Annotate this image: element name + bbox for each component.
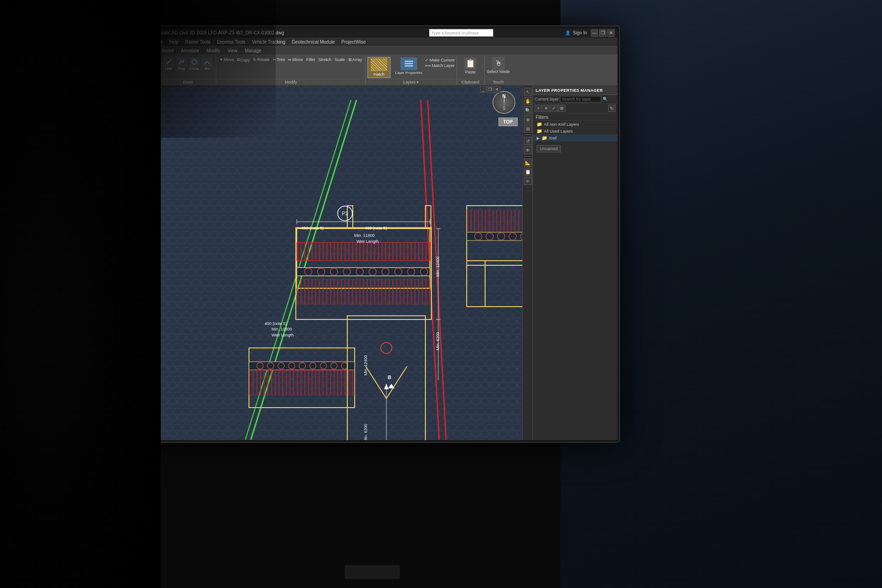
hatch-button[interactable]: Hatch xyxy=(368,57,390,78)
tool-layers-icon[interactable]: ≡ xyxy=(524,177,532,185)
svg-text:P2: P2 xyxy=(342,211,348,216)
svg-text:Min. 12400: Min. 12400 xyxy=(435,256,440,277)
layer-item-all-nonxref[interactable]: 📁 All non-Xref Layers xyxy=(533,121,617,128)
tool-zoom-window[interactable]: ⊕ xyxy=(524,115,532,123)
top-view-button[interactable]: TOP xyxy=(498,118,518,126)
cad-main-area: P2 400 (note 5) 400 (note 5) Min. 11800 … xyxy=(136,86,617,440)
layer-folder-icon-3: 📁 xyxy=(542,135,547,140)
layer-current-btn[interactable]: ✓ xyxy=(550,105,558,112)
svg-text:Min. 11800: Min. 11800 xyxy=(354,233,375,238)
tool-look[interactable]: 👁 xyxy=(524,146,532,154)
menu-projectwise[interactable]: ProjectWise xyxy=(339,38,368,46)
cad-svg: P2 400 (note 5) 400 (note 5) Min. 11800 … xyxy=(136,86,522,440)
restore-button[interactable]: ❐ xyxy=(599,29,606,37)
compass-s-label: S xyxy=(503,106,506,111)
tool-properties[interactable]: 📋 xyxy=(524,168,532,176)
viewport-restore[interactable]: ❐ xyxy=(487,86,493,93)
layer-refresh-btn[interactable]: ↻ xyxy=(608,105,616,112)
paste-button[interactable]: 📋 Paste xyxy=(459,57,482,74)
ribbon-group-layers: Hatch Layer Properties xyxy=(366,56,457,84)
unnamed-badge: Unnamed xyxy=(537,145,561,152)
layer-item-all-used[interactable]: 📁 All Used Layers xyxy=(533,128,617,134)
window-controls: — ❐ ✕ xyxy=(591,29,615,37)
layer-folder-icon: 📁 xyxy=(537,122,542,127)
close-button[interactable]: ✕ xyxy=(607,29,615,37)
layer-panel-title: LAYER PROPERTIES MANAGER xyxy=(533,86,617,95)
layer-filters-label: Filters xyxy=(533,113,617,121)
mirror-btn[interactable]: ⇔ Mirror xyxy=(287,57,305,62)
viewport-controls: _ ❐ ✕ xyxy=(480,86,500,93)
layer-item-xref[interactable]: ▶ 📁 Xref xyxy=(533,134,617,141)
layer-properties-button[interactable]: Layer Properties xyxy=(394,57,424,76)
svg-text:Weir Length: Weir Length xyxy=(356,239,379,244)
match-layer-btn[interactable]: ⟺Match Layer xyxy=(425,63,455,68)
svg-text:Min. 11800: Min. 11800 xyxy=(271,327,292,331)
tool-zoom[interactable]: 🔍 xyxy=(524,106,532,114)
touch-group-label: Touch xyxy=(486,79,510,84)
menu-geotechnical[interactable]: Geotechnical Module xyxy=(289,38,338,46)
layer-properties-panel: LAYER PROPERTIES MANAGER Current layer 🔍… xyxy=(532,86,617,440)
tool-orbit[interactable]: ↺ xyxy=(524,137,532,145)
svg-rect-41 xyxy=(467,209,522,232)
svg-text:Weir Length: Weir Length xyxy=(271,333,294,337)
cad-right-toolbar: ↖ ✋ 🔍 ⊕ ⊞ ↺ 👁 📐 📋 ≡ xyxy=(522,86,532,440)
person-icon: 👤 xyxy=(565,30,571,35)
layer-item-label-2: All Used Layers xyxy=(544,129,573,134)
ribbon-group-touch: 🖱 Select Mode Touch xyxy=(485,56,512,84)
clipboard-group-label: Clipboard xyxy=(459,79,482,84)
layer-panel-icons: + ✕ ✓ ⚙ ↻ xyxy=(533,104,617,113)
search-layer-icon: 🔍 xyxy=(603,97,608,101)
tool-pan[interactable]: ✋ xyxy=(524,97,532,105)
select-mode-button[interactable]: 🖱 Select Mode xyxy=(487,57,510,74)
svg-rect-3 xyxy=(405,63,413,64)
svg-text:Min. 6200: Min. 6200 xyxy=(363,424,368,440)
search-box[interactable]: Type a keyword or phrase xyxy=(429,29,493,37)
svg-rect-34 xyxy=(297,279,430,304)
viewport-minimize[interactable]: _ xyxy=(480,86,486,93)
cad-drawing[interactable]: P2 400 (note 5) 400 (note 5) Min. 11800 … xyxy=(136,86,522,440)
sign-in-button[interactable]: 👤 Sign In xyxy=(565,30,587,35)
svg-rect-61 xyxy=(249,370,355,395)
monitor-stand xyxy=(345,565,400,579)
compass[interactable]: N S xyxy=(492,91,515,114)
scale-btn[interactable]: Scale xyxy=(333,57,346,62)
compass-n-label: N xyxy=(502,94,505,99)
svg-text:B: B xyxy=(388,375,391,380)
layer-delete-btn[interactable]: ✕ xyxy=(543,105,550,112)
stretch-btn[interactable]: Stretch xyxy=(317,57,333,62)
ribbon-group-clipboard: 📋 Paste Clipboard xyxy=(457,56,485,84)
layer-settings-btn[interactable]: ⚙ xyxy=(558,105,565,112)
viewport-close[interactable]: ✕ xyxy=(494,86,500,93)
layer-search-input[interactable] xyxy=(560,96,601,102)
svg-text:400 (note 5): 400 (note 5) xyxy=(265,321,287,326)
layer-folder-icon-2: 📁 xyxy=(537,129,542,134)
svg-rect-4 xyxy=(405,65,413,67)
layer-item-label: All non-Xref Layers xyxy=(544,122,579,127)
search-placeholder: Type a keyword or phrase xyxy=(431,31,479,35)
fillet-btn[interactable]: Fillet xyxy=(305,57,317,62)
tool-select[interactable]: ↖ xyxy=(524,88,532,96)
layer-item-label-3: Xref xyxy=(549,136,557,140)
array-btn[interactable]: ⊞ Array xyxy=(347,57,364,62)
svg-rect-20 xyxy=(297,242,430,261)
layer-current-row: Current layer 🔍 xyxy=(533,95,617,104)
tool-measure[interactable]: 📐 xyxy=(524,158,532,167)
svg-text:Min. 6200: Min. 6200 xyxy=(435,332,440,350)
minimize-button[interactable]: — xyxy=(591,29,598,37)
svg-rect-42 xyxy=(467,232,522,241)
svg-rect-2 xyxy=(405,61,413,62)
layers-group-label: Layers ▾ xyxy=(368,79,454,84)
tool-zoom-extents[interactable]: ⊞ xyxy=(524,124,532,133)
layer-new-btn[interactable]: + xyxy=(535,105,542,112)
svg-text:400 (note 5): 400 (note 5) xyxy=(301,226,324,230)
svg-text:Min. 12400: Min. 12400 xyxy=(363,355,368,375)
make-current-btn[interactable]: ✓Make Current xyxy=(425,58,455,62)
svg-text:400 (note 5): 400 (note 5) xyxy=(365,226,387,230)
